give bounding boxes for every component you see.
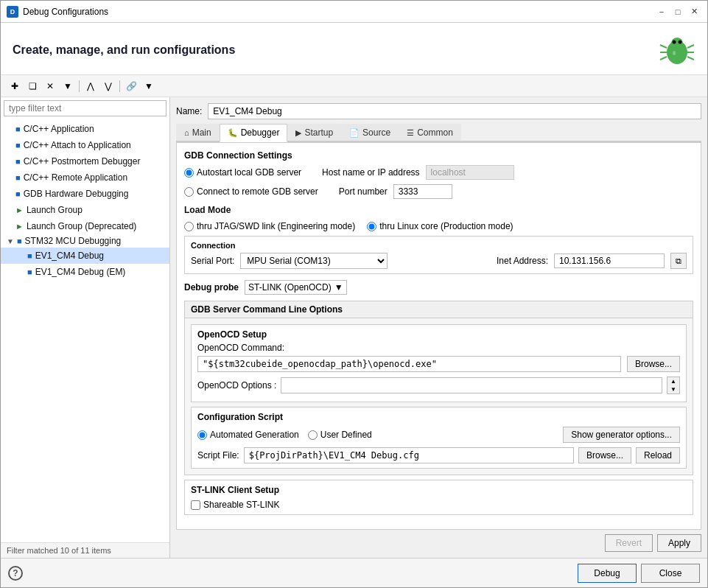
linux-mode-radio[interactable] [367,222,376,231]
svg-line-6 [660,57,667,60]
minimize-button[interactable]: − [654,4,669,19]
auto-gen-text: Automated Generation [210,430,299,440]
bug-logo-icon [659,32,695,69]
expand-all-button[interactable]: ⋁ [100,78,116,94]
tab-common-label: Common [417,127,453,138]
tree-item-cpp-attach[interactable]: ■ C/C++ Attach to Application [1,137,169,153]
tree-item-cpp-remote[interactable]: ■ C/C++ Remote Application [1,169,169,186]
load-mode-options: thru JTAG/SWD link (Engineering mode) th… [184,221,693,231]
autostart-label: Autostart local GDB server [197,167,301,178]
shareable-stlink-text: Shareable ST-LINK [203,500,279,510]
tree-item-ev1-cm4[interactable]: ■ EV1_CM4 Debug [1,248,169,264]
connect-remote-radio-label[interactable]: Connect to remote GDB server [184,186,318,197]
delete-config-button[interactable]: ✕ [42,78,58,94]
dropdown-button[interactable]: ▼ [141,78,157,94]
tab-main[interactable]: ⌂ Main [176,124,220,141]
common-tab-icon: ☰ [407,128,414,138]
svg-line-7 [687,45,694,48]
footer-bar: ? Debug Close [1,558,707,587]
tree-item-launch-group[interactable]: ► Launch Group [1,202,169,218]
tab-source[interactable]: 📄 Source [341,124,399,141]
window-controls: − □ ✕ [654,4,701,19]
user-defined-label[interactable]: User Defined [308,430,372,440]
tree-item-cpp-postmortem[interactable]: ■ C/C++ Postmortem Debugger [1,153,169,169]
debug-probe-row: Debug probe ST-LINK (OpenOCD) ▼ [184,280,693,295]
openocd-browse-button[interactable]: Browse... [627,356,680,372]
connection-group-title: Connection [191,241,687,250]
connection-group: Connection Serial Port: MPU Serial (COM1… [184,236,693,274]
tab-startup-label: Startup [304,127,333,138]
tree-item-launch-group-dep[interactable]: ► Launch Group (Deprecated) [1,218,169,234]
stlink-section: ST-LINK Client Setup Shareable ST-LINK [184,480,693,515]
linux-mode-label[interactable]: thru Linux core (Production mode) [367,221,513,231]
svg-point-2 [673,41,676,44]
port-input[interactable] [393,184,452,199]
tree-item-ev1-cm4-em[interactable]: ■ EV1_CM4 Debug (EM) [1,264,169,280]
shareable-stlink-label[interactable]: Shareable ST-LINK [191,500,687,510]
gdb-hw-icon: ■ [15,187,21,200]
duplicate-config-button[interactable]: ❏ [24,78,41,94]
link-button[interactable]: 🔗 [123,78,139,94]
jtag-mode-text: thru JTAG/SWD link (Engineering mode) [197,221,355,231]
serial-port-select[interactable]: MPU Serial (COM13) [240,253,388,269]
config-script-title: Configuration Script [197,412,680,422]
ev1-cm4-em-icon: ■ [27,265,32,279]
tab-startup[interactable]: ▶ Startup [287,124,341,141]
revert-button[interactable]: Revert [605,534,653,552]
filter-input[interactable] [4,100,167,116]
auto-gen-radio[interactable] [197,430,207,440]
script-file-row: Script File: Browse... Reload [197,447,680,463]
port-label: Port number [339,186,388,197]
script-browse-button[interactable]: Browse... [578,447,631,463]
host-input[interactable] [426,165,514,180]
apply-button[interactable]: Apply [657,534,701,552]
collapse-all-button[interactable]: ⋀ [83,78,99,94]
spinner-down-button[interactable]: ▼ [667,385,679,393]
autostart-radio-label[interactable]: Autostart local GDB server [184,167,301,178]
copy-inet-button[interactable]: ⧉ [670,253,687,269]
config-script-options-row: Automated Generation User Defined Show g… [197,427,680,443]
source-tab-icon: 📄 [349,128,360,138]
gdb-server-section: GDB Server Command Line Options OpenOCD … [184,301,693,475]
debug-probe-select[interactable]: ST-LINK (OpenOCD) ▼ [245,280,347,295]
debug-probe-value: ST-LINK (OpenOCD) [248,282,332,293]
tab-common[interactable]: ☰ Common [399,124,461,141]
openocd-cmd-input[interactable] [197,356,621,372]
tree-label-cpp-postmortem: C/C++ Postmortem Debugger [24,155,141,168]
tree-item-cpp-app[interactable]: ■ C/C++ Application [1,121,169,137]
load-mode-section: Load Mode thru JTAG/SWD link (Engineerin… [184,205,693,274]
svg-line-9 [687,57,694,60]
debug-button[interactable]: Debug [578,564,637,583]
maximize-button[interactable]: □ [670,4,685,19]
cpp-app-icon: ■ [15,122,21,136]
filter-button[interactable]: ▼ [60,78,76,94]
tree-item-gdb-hw[interactable]: ■ GDB Hardware Debugging [1,186,169,202]
autostart-radio[interactable] [184,168,194,178]
close-button[interactable]: Close [641,564,700,583]
user-defined-radio[interactable] [308,430,318,440]
inet-input[interactable] [554,253,665,268]
show-generator-button[interactable]: Show generator options... [563,427,680,443]
connect-remote-radio[interactable] [184,187,194,197]
reload-button[interactable]: Reload [636,447,680,463]
jtag-mode-label[interactable]: thru JTAG/SWD link (Engineering mode) [184,221,355,231]
name-input[interactable] [208,103,701,119]
connect-remote-row: Connect to remote GDB server Port number [184,184,693,199]
tree-label-ev1-cm4: EV1_CM4 Debug [35,249,104,262]
tab-debugger[interactable]: 🐛 Debugger [220,124,288,142]
title-bar-left: D Debug Configurations [7,6,108,18]
app-icon: D [7,6,18,18]
openocd-options-input[interactable] [281,377,662,393]
debug-probe-label: Debug probe [184,282,239,293]
tree-item-stm32[interactable]: ▼ ■ STM32 MCU Debugging [1,234,169,248]
tab-main-label: Main [192,127,211,138]
close-window-button[interactable]: ✕ [687,4,701,19]
svg-point-10 [673,51,676,55]
shareable-stlink-checkbox[interactable] [191,500,200,510]
jtag-mode-radio[interactable] [184,222,194,231]
help-button[interactable]: ? [8,566,23,581]
auto-gen-label[interactable]: Automated Generation [197,430,299,440]
spinner-up-button[interactable]: ▲ [667,377,679,385]
script-file-input[interactable] [244,447,574,463]
new-config-button[interactable]: ✚ [7,78,23,94]
